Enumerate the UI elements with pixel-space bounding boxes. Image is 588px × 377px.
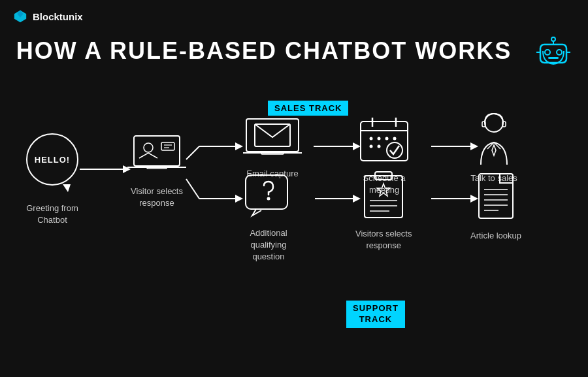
email-capture-node: Email capture [243, 118, 302, 180]
svg-rect-26 [134, 136, 180, 166]
calendar-icon [358, 115, 410, 167]
diagram: SALES TRACK HELLO! Greeting fromChatbot [13, 81, 575, 342]
greeting-node: HELLO! Greeting fromChatbot [26, 133, 78, 226]
svg-point-43 [385, 137, 389, 140]
clipboard-icon [361, 169, 406, 223]
svg-rect-50 [502, 122, 506, 127]
header: Blocktunix [0, 0, 588, 33]
person-sales-icon [470, 111, 517, 167]
additional-question-label: Additionalqualifyingquestion [250, 227, 287, 263]
hello-icon: HELLO! [26, 133, 78, 186]
additional-question-node: Additionalqualifyingquestion [243, 172, 294, 263]
svg-rect-2 [540, 44, 566, 63]
svg-point-55 [267, 197, 270, 201]
question-bubble-icon [243, 172, 294, 222]
visitors-selects-response-label: Visitors selectsresponse [355, 228, 412, 252]
logo: Blocktunix [13, 9, 83, 24]
svg-line-12 [186, 146, 199, 159]
svg-point-44 [393, 137, 397, 140]
svg-rect-54 [246, 175, 287, 209]
robot-icon [535, 35, 572, 69]
article-icon [474, 171, 518, 225]
svg-point-47 [387, 142, 402, 158]
svg-marker-17 [235, 195, 243, 203]
svg-rect-62 [479, 174, 513, 218]
svg-point-3 [545, 50, 550, 55]
email-icon [243, 118, 302, 163]
svg-line-15 [186, 179, 199, 199]
sales-track-badge: SALES TRACK [268, 101, 348, 116]
svg-point-41 [370, 137, 373, 140]
logo-text: Blocktunix [33, 11, 83, 22]
svg-point-42 [378, 137, 381, 140]
article-lookup-label: Article lookup [470, 230, 521, 242]
svg-rect-5 [548, 57, 559, 59]
svg-point-7 [551, 37, 555, 41]
svg-marker-58 [377, 184, 390, 196]
svg-rect-49 [482, 122, 485, 127]
visitor-selects-label: Visitor selectsresponse [131, 186, 183, 209]
title-section: HOW A RULE-BASED CHATBOT WORKS [0, 35, 588, 69]
svg-marker-53 [492, 145, 496, 156]
svg-marker-14 [235, 142, 243, 150]
greeting-label: Greeting fromChatbot [26, 203, 78, 226]
svg-point-45 [370, 145, 373, 148]
visitors-selects-response-node: Visitors selectsresponse [355, 169, 412, 252]
svg-point-46 [378, 145, 381, 148]
article-lookup-node: Article lookup [470, 171, 521, 242]
logo-icon [13, 9, 27, 24]
svg-rect-28 [161, 142, 174, 150]
svg-point-4 [557, 50, 562, 55]
svg-point-27 [144, 143, 153, 152]
support-track-badge: SUPPORTTRACK [346, 301, 405, 328]
main-title: HOW A RULE-BASED CHATBOT WORKS [0, 35, 588, 69]
laptop-icon [127, 133, 186, 180]
visitor-selects-node: Visitor selectsresponse [127, 133, 186, 209]
